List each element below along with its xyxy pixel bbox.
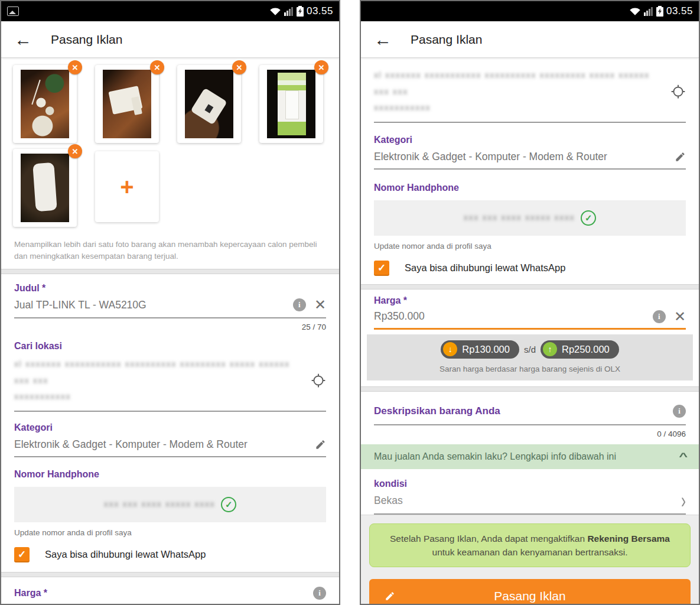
section-divider xyxy=(1,269,339,274)
clear-icon[interactable]: ✕ xyxy=(674,310,686,324)
page-title: Pasang Iklan xyxy=(51,32,122,47)
info-icon[interactable]: i xyxy=(673,405,686,418)
lokasi-label: Cari lokasi xyxy=(14,341,326,352)
edit-pencil-icon[interactable] xyxy=(315,439,326,450)
upsell-text: Mau jualan Anda semakin laku? Lengkapi i… xyxy=(374,451,681,462)
whatsapp-checkbox-row[interactable]: ✓ Saya bisa dihubungi lewat WhatsApp xyxy=(374,261,686,276)
photo-5 xyxy=(21,154,69,222)
photo-3 xyxy=(185,70,233,138)
add-photo-button[interactable]: + xyxy=(95,151,159,222)
status-bar: 03.55 xyxy=(361,1,699,21)
photos-hint: Menampilkan lebih dari satu foto barang … xyxy=(1,236,339,269)
arrow-down-icon: ↓ xyxy=(443,342,457,356)
range-separator: s/d xyxy=(524,344,536,354)
section-divider xyxy=(1,572,339,577)
nomor-value-redacted: xxx xxx xxxx xxxxx xxxx xyxy=(464,210,575,226)
battery-charging-icon xyxy=(297,6,304,17)
footer-area: Setelah Pasang Iklan, Anda dapat mengakt… xyxy=(361,515,699,605)
nomor-value-redacted: xxx xxx xxxx xxxxx xxxx xyxy=(104,496,215,513)
verified-check-icon: ✓ xyxy=(581,210,596,226)
info-icon[interactable]: i xyxy=(293,298,306,311)
screen-left: 03.55 ← Pasang Iklan ✕ ✕ ✕ xyxy=(0,0,340,605)
suggest-low-pill[interactable]: ↓ Rp130.000 xyxy=(441,340,519,359)
judul-counter: 25 / 70 xyxy=(14,323,326,331)
section-divider xyxy=(361,386,699,392)
info-icon[interactable]: i xyxy=(313,587,326,600)
photo-4 xyxy=(267,70,315,138)
lokasi-field[interactable]: xl xxxxxxx xxxxxxxxxxx xxxxxxxxxx xxxxxx… xyxy=(14,356,326,412)
suggest-high-pill[interactable]: ↑ Rp250.000 xyxy=(541,340,619,359)
photo-thumbnail-4[interactable]: ✕ xyxy=(259,65,323,143)
chevron-up-icon: ^ xyxy=(679,451,688,462)
clock-time: 03.55 xyxy=(307,5,333,17)
upsell-banner[interactable]: Mau jualan Anda semakin laku? Lengkapi i… xyxy=(361,444,699,469)
checkbox-checked-icon[interactable]: ✓ xyxy=(14,547,30,562)
harga-field[interactable] xyxy=(14,601,326,605)
lokasi-field[interactable]: xl xxxxxxx xxxxxxxxxxx xxxxxxxxxx xxxxxx… xyxy=(374,67,686,123)
harga-field[interactable]: Rp350.000 i ✕ xyxy=(374,310,686,330)
delete-photo-icon[interactable]: ✕ xyxy=(150,60,164,74)
signal-icon xyxy=(284,6,294,16)
whatsapp-checkbox-row[interactable]: ✓ Saya bisa dihubungi lewat WhatsApp xyxy=(14,547,326,562)
wifi-icon xyxy=(629,6,641,16)
deskripsi-label-row: Deskripsikan barang Anda i xyxy=(374,405,686,418)
harga-value[interactable]: Rp350.000 xyxy=(374,310,644,323)
delete-photo-icon[interactable]: ✕ xyxy=(68,144,82,158)
edit-pencil-icon[interactable] xyxy=(675,151,686,162)
photo-thumbnail-1[interactable]: ✕ xyxy=(13,65,77,143)
photo-thumbnail-2[interactable]: ✕ xyxy=(95,65,159,143)
verified-check-icon: ✓ xyxy=(221,497,236,512)
lokasi-value-redacted[interactable]: xl xxxxxxx xxxxxxxxxxx xxxxxxxxxx xxxxxx… xyxy=(374,67,662,116)
back-arrow-icon[interactable]: ← xyxy=(14,31,32,48)
kategori-field[interactable]: Elektronik & Gadget - Komputer - Modem &… xyxy=(374,151,686,170)
deskripsi-counter: 0 / 4096 xyxy=(374,430,686,438)
info-icon[interactable]: i xyxy=(653,310,666,323)
deskripsi-label: Deskripsikan barang Anda xyxy=(374,405,665,417)
judul-label: Judul * xyxy=(14,283,326,294)
delete-photo-icon[interactable]: ✕ xyxy=(314,60,328,74)
lokasi-value-redacted[interactable]: xl xxxxxxx xxxxxxxxxxx xxxxxxxxxx xxxxxx… xyxy=(14,356,302,405)
wifi-icon xyxy=(269,6,281,16)
whatsapp-label: Saya bisa dihubungi lewat WhatsApp xyxy=(405,262,565,274)
photo-1 xyxy=(21,70,69,138)
kategori-field[interactable]: Elektronik & Gadget - Komputer - Modem &… xyxy=(14,438,326,457)
gps-locate-icon[interactable] xyxy=(670,84,686,99)
photo-thumbnail-5[interactable]: ✕ xyxy=(13,149,77,227)
nomor-field[interactable]: xxx xxx xxxx xxxxx xxxx ✓ xyxy=(374,200,686,236)
delete-photo-icon[interactable]: ✕ xyxy=(232,60,246,74)
nomor-field[interactable]: xxx xxx xxxx xxxxx xxxx ✓ xyxy=(14,487,326,522)
nomor-hint: Update nomor anda di profil saya xyxy=(14,528,326,537)
chevron-right-icon: › xyxy=(681,490,686,512)
submit-label: Pasang Iklan xyxy=(494,589,565,603)
delete-photo-icon[interactable]: ✕ xyxy=(68,60,82,74)
photo-thumbnail-3[interactable]: ✕ xyxy=(177,65,241,143)
deskripsi-field[interactable] xyxy=(374,419,686,425)
price-suggestion-box: ↓ Rp130.000 s/d ↑ Rp250.000 Saran harga … xyxy=(367,334,693,380)
clear-icon[interactable]: ✕ xyxy=(314,298,326,312)
nomor-label: Nomor Handphone xyxy=(374,183,686,193)
pasang-iklan-button[interactable]: Pasang Iklan xyxy=(369,579,691,605)
arrow-up-icon: ↑ xyxy=(543,342,557,356)
checkbox-checked-icon[interactable]: ✓ xyxy=(374,261,389,276)
pencil-icon xyxy=(385,591,395,601)
nomor-label: Nomor Handphone xyxy=(14,469,326,480)
nomor-hint: Update nomor anda di profil saya xyxy=(374,242,686,251)
app-bar: ← Pasang Iklan xyxy=(1,21,339,58)
rekening-bersama-notice: Setelah Pasang Iklan, Anda dapat mengakt… xyxy=(369,523,691,568)
whatsapp-label: Saya bisa dihubungi lewat WhatsApp xyxy=(45,549,206,560)
kondisi-value[interactable]: Bekas xyxy=(374,495,673,507)
judul-value[interactable]: Jual TP-LINK TL - WA5210G xyxy=(14,299,285,311)
suggestion-caption: Saran harga berdasar harga barang sejeni… xyxy=(367,365,693,373)
gps-locate-icon[interactable] xyxy=(311,373,326,388)
harga-label: Harga * xyxy=(374,295,686,306)
kondisi-label: kondisi xyxy=(374,479,686,489)
back-arrow-icon[interactable]: ← xyxy=(374,31,392,48)
kategori-value[interactable]: Elektronik & Gadget - Komputer - Modem &… xyxy=(14,438,307,451)
clock-time: 03.55 xyxy=(666,5,693,17)
kategori-value[interactable]: Elektronik & Gadget - Komputer - Modem &… xyxy=(374,151,666,163)
judul-field[interactable]: Jual TP-LINK TL - WA5210G i ✕ xyxy=(14,298,326,318)
two-screen-collage: 03.55 ← Pasang Iklan ✕ ✕ ✕ xyxy=(0,0,700,605)
section-divider xyxy=(361,284,699,290)
kondisi-field[interactable]: Bekas › xyxy=(374,494,686,515)
screen-right: 03.55 ← Pasang Iklan xl xxxxxxx xxxxxxxx… xyxy=(360,0,700,605)
